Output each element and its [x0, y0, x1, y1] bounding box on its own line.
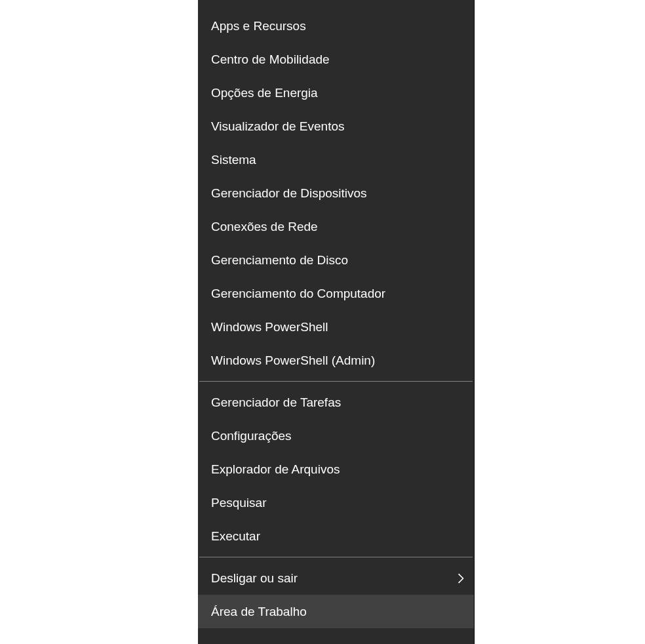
- menu-item-label: Executar: [211, 529, 465, 544]
- menu-item-label: Opções de Energia: [211, 86, 465, 100]
- menu-item-label: Configurações: [211, 429, 465, 443]
- menu-item-settings[interactable]: Configurações: [198, 419, 474, 453]
- menu-top-padding: [198, 0, 474, 9]
- menu-item-label: Windows PowerShell (Admin): [211, 353, 465, 368]
- menu-item-mobility-center[interactable]: Centro de Mobilidade: [198, 43, 474, 76]
- menu-item-powershell-admin[interactable]: Windows PowerShell (Admin): [198, 344, 474, 377]
- menu-item-search[interactable]: Pesquisar: [198, 486, 474, 519]
- menu-item-file-explorer[interactable]: Explorador de Arquivos: [198, 453, 474, 486]
- menu-item-label: Sistema: [211, 153, 465, 167]
- menu-item-run[interactable]: Executar: [198, 519, 474, 553]
- menu-item-label: Gerenciador de Dispositivos: [211, 186, 465, 201]
- menu-item-label: Conexões de Rede: [211, 220, 465, 234]
- menu-item-shutdown-signout[interactable]: Desligar ou sair: [198, 561, 474, 595]
- menu-divider: [199, 381, 473, 382]
- menu-item-label: Pesquisar: [211, 496, 465, 510]
- menu-item-device-manager[interactable]: Gerenciador de Dispositivos: [198, 176, 474, 210]
- menu-item-label: Centro de Mobilidade: [211, 52, 465, 67]
- winx-context-menu: Apps e Recursos Centro de Mobilidade Opç…: [198, 0, 475, 644]
- menu-item-power-options[interactable]: Opções de Energia: [198, 76, 474, 110]
- menu-item-label: Explorador de Arquivos: [211, 462, 465, 477]
- menu-item-label: Desligar ou sair: [211, 571, 457, 586]
- menu-item-event-viewer[interactable]: Visualizador de Eventos: [198, 110, 474, 143]
- menu-item-label: Apps e Recursos: [211, 19, 465, 33]
- menu-item-task-manager[interactable]: Gerenciador de Tarefas: [198, 386, 474, 419]
- chevron-right-icon: [457, 574, 465, 582]
- menu-item-label: Windows PowerShell: [211, 320, 465, 334]
- menu-item-apps-features[interactable]: Apps e Recursos: [198, 9, 474, 43]
- menu-item-label: Gerenciador de Tarefas: [211, 395, 465, 410]
- menu-item-label: Área de Trabalho: [211, 605, 465, 619]
- menu-item-computer-management[interactable]: Gerenciamento do Computador: [198, 277, 474, 310]
- menu-item-desktop[interactable]: Área de Trabalho: [198, 595, 474, 628]
- menu-item-label: Visualizador de Eventos: [211, 119, 465, 134]
- menu-item-label: Gerenciamento de Disco: [211, 253, 465, 268]
- menu-item-system[interactable]: Sistema: [198, 143, 474, 176]
- menu-item-network-connections[interactable]: Conexões de Rede: [198, 210, 474, 243]
- menu-item-label: Gerenciamento do Computador: [211, 287, 465, 301]
- menu-item-powershell[interactable]: Windows PowerShell: [198, 310, 474, 344]
- menu-item-disk-management[interactable]: Gerenciamento de Disco: [198, 243, 474, 277]
- menu-divider: [199, 557, 473, 557]
